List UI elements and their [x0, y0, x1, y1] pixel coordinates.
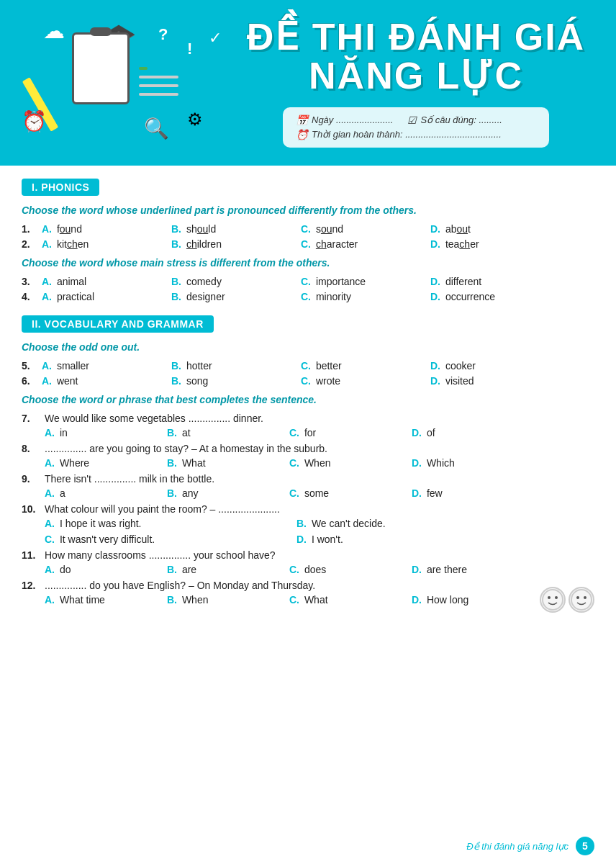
footer: Đề thi đánh giá năng lực 5	[466, 837, 594, 855]
q11-optA: A. do	[45, 564, 160, 575]
q10-text: 10. What colour will you paint the room?…	[22, 503, 594, 515]
svg-point-2	[555, 596, 558, 599]
score-info: ☑ Số câu đúng: .........	[407, 114, 502, 126]
question-10-block: 10. What colour will you paint the room?…	[22, 503, 594, 545]
q8-text: 8. ............... are you going to stay…	[22, 443, 594, 454]
q12-text: 12. ............... do you have English?…	[22, 580, 594, 591]
question-12-block: 12. ............... do you have English?…	[22, 580, 594, 606]
title-line1: ĐỀ THI ĐÁNH GIÁ	[247, 18, 585, 55]
question-11-block: 11. How many classrooms ............... …	[22, 549, 594, 575]
q11-content: How many classrooms ............... your…	[45, 549, 594, 561]
svg-point-3	[571, 590, 592, 610]
svg-point-4	[576, 596, 579, 599]
question-6: 6. A. went B. song C. wrote D. visited	[22, 375, 594, 387]
svg-point-0	[543, 590, 563, 610]
header-illustration: ☁ 🎓 ? ! ✓ ⏰ 🔍 ⚙	[14, 18, 230, 148]
alarm-icon: ⏰	[296, 129, 308, 140]
q11-options: A. do B. are C. does D. are there	[45, 564, 594, 575]
q10-content: What colour will you paint the room? – .…	[45, 503, 594, 515]
q4-num: 4.	[22, 291, 42, 302]
q10-options-row2: C. It wasn't very difficult. D. I won't.	[45, 534, 594, 545]
q9-optB: B. any	[167, 487, 282, 499]
q5-num: 5.	[22, 360, 42, 372]
header-info-box: 📅 Ngày ...................... ☑ Số câu đ…	[283, 107, 549, 148]
question-8-block: 8. ............... are you going to stay…	[22, 443, 594, 469]
q10-options: A. I hope it was right. B. We can't deci…	[45, 518, 594, 529]
question-4: 4. A. practical B. designer C. minority …	[22, 291, 594, 302]
q1-optD: D. about	[430, 223, 553, 235]
q12-optA: A. What time	[45, 594, 160, 606]
q2-optC: C. character	[301, 238, 423, 250]
face-decoration	[540, 587, 594, 613]
vocab-instruction2: Choose the word or phrase that best comp…	[22, 394, 594, 405]
q5-optC: C. better	[301, 360, 423, 372]
svg-point-1	[548, 596, 551, 599]
question-7-block: 7. We would like some vegetables .......…	[22, 413, 594, 438]
q6-num: 6.	[22, 375, 42, 387]
q6-optD: D. visited	[430, 375, 553, 387]
q3-optB: B. comedy	[171, 276, 294, 287]
q2-optD: D. teacher	[430, 238, 553, 250]
header: ☁ 🎓 ? ! ✓ ⏰ 🔍 ⚙ ĐỀ THI ĐÁNH GIÁ NĂNG LỰC	[0, 0, 616, 166]
title-line2: NĂNG LỰC	[309, 55, 523, 96]
clipboard-icon	[72, 32, 130, 104]
q9-optC: C. some	[289, 487, 404, 499]
time-label: Thời gian hoàn thành: ..................…	[312, 129, 502, 140]
calendar-icon: 📅	[296, 114, 308, 126]
q7-options: A. in B. at C. for D. of	[45, 427, 594, 438]
q12-options: A. What time B. When C. What D. How long	[45, 594, 594, 606]
q5-optB: B. hotter	[171, 360, 294, 372]
q5-options: A. smaller B. hotter C. better D. cooker	[42, 360, 594, 372]
q4-optD: D. occurrence	[430, 291, 553, 302]
q11-optC: C. does	[289, 564, 404, 575]
date-info: 📅 Ngày ......................	[296, 114, 393, 126]
svg-point-5	[584, 596, 586, 599]
q12-optD: D. How long	[412, 594, 527, 606]
question-5: 5. A. smaller B. hotter C. better D. coo…	[22, 360, 594, 372]
q9-content: There isn't ............... milk in the …	[45, 473, 594, 485]
q1-optA: A. found	[42, 223, 164, 235]
q6-optC: C. wrote	[301, 375, 423, 387]
phonics-header: I. PHONICS	[22, 179, 99, 196]
q7-optA: A. in	[45, 427, 160, 438]
q1-optC: C. sound	[301, 223, 423, 235]
q5-optA: A. smaller	[42, 360, 164, 372]
q2-optA: A. kitchen	[42, 238, 164, 250]
content-area: I. PHONICS Choose the word whose underli…	[0, 166, 616, 631]
q8-options: A. Where B. What C. When D. Which	[45, 457, 594, 469]
q4-optC: C. minority	[301, 291, 423, 302]
q8-optD: D. Which	[412, 457, 527, 469]
header-title-area: ĐỀ THI ĐÁNH GIÁ NĂNG LỰC 📅 Ngày ........…	[230, 18, 602, 147]
question-3: 3. A. animal B. comedy C. importance D. …	[22, 276, 594, 287]
date-label: Ngày ......................	[312, 114, 393, 125]
q4-options: A. practical B. designer C. minority D. …	[42, 291, 594, 302]
q6-optA: A. went	[42, 375, 164, 387]
q9-optD: D. few	[412, 487, 527, 499]
q8-optB: B. What	[167, 457, 282, 469]
q7-optB: B. at	[167, 427, 282, 438]
score-label: Số câu đúng: .........	[420, 114, 502, 125]
question-2: 2. A. kitchen B. children C. character D…	[22, 238, 594, 250]
q2-options: A. kitchen B. children C. character D. t…	[42, 238, 594, 250]
q12-optC: C. What	[289, 594, 404, 606]
gear-icon: ⚙	[187, 109, 203, 130]
q7-content: We would like some vegetables ..........…	[45, 413, 594, 424]
q6-optB: B. song	[171, 375, 294, 387]
q11-optD: D. are there	[412, 564, 527, 575]
q8-optC: C. When	[289, 457, 404, 469]
q12-content: ............... do you have English? – O…	[45, 580, 594, 591]
q10-optD: D. I won't.	[296, 534, 462, 545]
cloud-icon: ☁	[43, 18, 65, 43]
q1-optB: B. should	[171, 223, 294, 235]
face-icon-1	[540, 587, 566, 613]
q5-optD: D. cooker	[430, 360, 553, 372]
section-phonics: I. PHONICS Choose the word whose underli…	[22, 179, 594, 302]
q1-options: A. found B. should C. sound D. about	[42, 223, 594, 235]
magnify-icon: 🔍	[144, 117, 169, 140]
section-vocab: II. VOCABULARY AND GRAMMAR Choose the od…	[22, 315, 594, 606]
face-icon-2	[569, 587, 594, 613]
footer-page-num: 5	[576, 837, 594, 855]
q10-optB: B. We can't decide.	[296, 518, 462, 529]
q3-num: 3.	[22, 276, 42, 287]
q3-optD: D. different	[430, 276, 553, 287]
